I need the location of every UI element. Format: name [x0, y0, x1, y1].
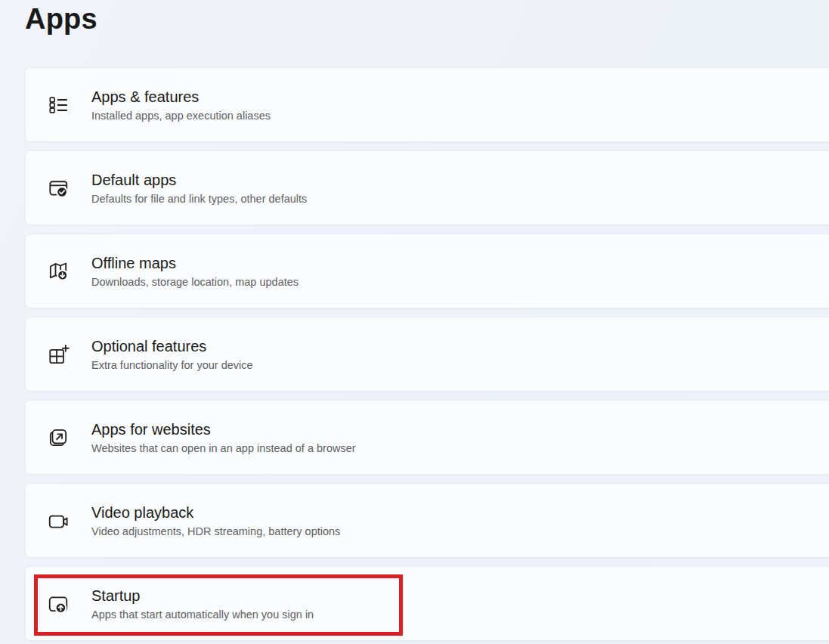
settings-item-description: Defaults for file and link types, other …: [91, 192, 307, 206]
settings-item-apps-for-websites[interactable]: Apps for websites Websites that can open…: [25, 400, 829, 475]
settings-item-default-apps[interactable]: Default apps Defaults for file and link …: [25, 150, 829, 225]
settings-item-description: Websites that can open in an app instead…: [91, 441, 356, 456]
settings-item-description: Installed apps, app execution aliases: [91, 109, 271, 123]
settings-item-label: Apps for websites: [91, 420, 356, 439]
settings-item-description: Video adjustments, HDR streaming, batter…: [91, 525, 340, 539]
settings-item-optional-features[interactable]: Optional features Extra functionality fo…: [25, 317, 829, 392]
default-apps-window-check-icon: [47, 177, 70, 200]
page-title: Apps: [25, 0, 97, 38]
apps-for-websites-external-icon: [47, 426, 70, 449]
video-playback-camera-icon: [47, 509, 70, 532]
settings-card-list: Apps & features Installed apps, app exec…: [25, 67, 829, 644]
settings-item-label: Apps & features: [91, 87, 271, 107]
settings-item-label: Offline maps: [91, 253, 299, 273]
settings-item-description: Apps that start automatically when you s…: [91, 608, 314, 622]
settings-item-apps-features[interactable]: Apps & features Installed apps, app exec…: [25, 67, 829, 142]
settings-item-startup[interactable]: Startup Apps that start automatically wh…: [25, 566, 829, 641]
optional-features-grid-plus-icon: [47, 343, 70, 366]
settings-item-description: Extra functionality for your device: [91, 358, 253, 373]
settings-item-label: Default apps: [91, 170, 307, 190]
settings-item-offline-maps[interactable]: Offline maps Downloads, storage location…: [25, 234, 829, 308]
settings-item-video-playback[interactable]: Video playback Video adjustments, HDR st…: [25, 483, 829, 558]
settings-item-description: Downloads, storage location, map updates: [91, 275, 299, 289]
offline-maps-download-icon: [47, 260, 70, 283]
startup-arrow-icon: [47, 593, 70, 615]
settings-item-label: Optional features: [91, 336, 253, 356]
apps-features-list-icon: [47, 94, 70, 116]
settings-item-label: Startup: [91, 586, 314, 605]
settings-item-label: Video playback: [91, 503, 340, 522]
